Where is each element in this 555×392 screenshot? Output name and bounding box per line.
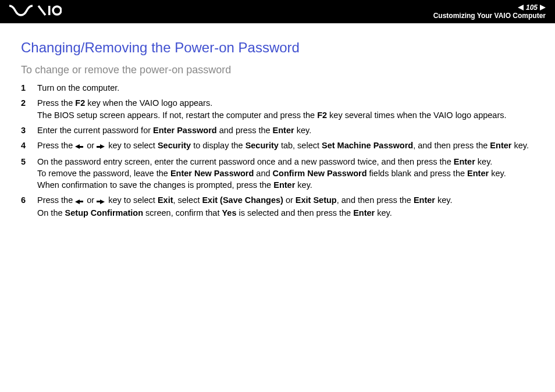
arrow-left-icon — [75, 195, 84, 206]
bold-term: F2 — [317, 111, 327, 120]
bold-term: Enter — [273, 180, 295, 190]
bold-term: Enter — [414, 195, 435, 205]
section-title: Changing/Removing the Power-on Password — [21, 40, 534, 56]
arrow-right-icon — [97, 140, 106, 152]
bold-term: Set Machine Password — [322, 141, 413, 150]
bold-term: Exit — [158, 195, 173, 205]
step-item: 4Press the or key to select Security to … — [21, 140, 534, 152]
arrow-left-icon — [75, 140, 84, 152]
vaio-logo — [9, 3, 62, 20]
step-number: 6 — [21, 194, 37, 219]
step-text: Press the or key to select Security to d… — [37, 140, 534, 152]
step-item: 1Turn on the computer. — [21, 82, 534, 94]
bold-term: Security — [246, 141, 279, 150]
bold-term: Enter — [353, 208, 375, 218]
step-text: Press the or key to select Exit, select … — [37, 194, 534, 219]
bold-term: Enter New Password — [170, 169, 254, 178]
step-number: 2 — [21, 97, 37, 121]
svg-rect-1 — [48, 6, 51, 15]
step-text: Turn on the computer. — [37, 82, 534, 94]
bold-term: Enter Password — [153, 126, 217, 135]
step-text: Enter the current password for Enter Pas… — [37, 124, 534, 136]
page-number: 105 — [526, 3, 538, 12]
bold-term: Exit (Save Changes) — [202, 195, 283, 205]
bold-term: Exit Setup — [296, 195, 337, 205]
step-item: 6Press the or key to select Exit, select… — [21, 194, 534, 219]
content-area: Changing/Removing the Power-on Password … — [0, 23, 555, 238]
bold-term: Setup Confirmation — [65, 208, 144, 218]
step-number: 5 — [21, 156, 37, 191]
step-number: 4 — [21, 140, 37, 152]
step-item: 2Press the F2 key when the VAIO logo app… — [21, 97, 534, 121]
bold-term: Yes — [222, 208, 236, 218]
bold-term: Enter — [454, 157, 475, 166]
step-item: 5On the password entry screen, enter the… — [21, 156, 534, 191]
bold-term: Enter — [490, 141, 511, 150]
svg-point-2 — [53, 6, 61, 15]
page-nav: 105 — [433, 3, 546, 12]
section-subtitle: To change or remove the power-on passwor… — [21, 64, 534, 76]
bold-term: F2 — [75, 98, 85, 108]
step-item: 3Enter the current password for Enter Pa… — [21, 124, 534, 136]
breadcrumb: Customizing Your VAIO Computer — [433, 12, 546, 20]
step-number: 3 — [21, 124, 37, 136]
bold-term: Enter — [467, 169, 489, 178]
step-list: 1Turn on the computer.2Press the F2 key … — [21, 82, 534, 219]
step-text: Press the F2 key when the VAIO logo appe… — [37, 97, 534, 121]
step-number: 1 — [21, 82, 37, 94]
nav-next-icon[interactable] — [540, 5, 546, 10]
arrow-right-icon — [97, 195, 106, 206]
nav-prev-icon[interactable] — [518, 5, 524, 10]
svg-line-0 — [38, 6, 45, 15]
vaio-logo-svg — [9, 5, 62, 16]
header-bar: 105 Customizing Your VAIO Computer — [0, 0, 555, 23]
step-text: On the password entry screen, enter the … — [37, 156, 534, 191]
header-right: 105 Customizing Your VAIO Computer — [433, 3, 546, 20]
bold-term: Enter — [273, 126, 294, 135]
bold-term: Confirm New Password — [273, 169, 367, 178]
bold-term: Security — [158, 141, 191, 150]
